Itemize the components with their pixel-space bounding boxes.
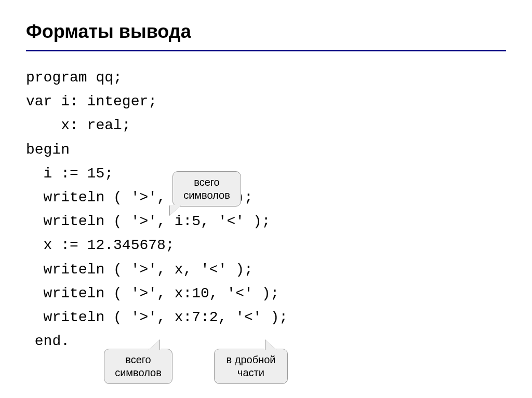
code-block: program qq; var i: integer; x: real; beg…	[26, 66, 506, 353]
callout-text: символов	[112, 366, 165, 379]
slide: Форматы вывода program qq; var i: intege…	[0, 0, 532, 353]
callout-fraction-part: в дробной части	[214, 349, 288, 384]
callout-tail-icon	[148, 340, 159, 350]
callout-total-chars-top: всего символов	[172, 171, 241, 207]
callout-tail-icon	[170, 205, 181, 215]
code-line: program qq;	[26, 70, 122, 86]
code-line: writeln ( '>', i:5, '<' );	[26, 213, 270, 229]
code-line: end.	[26, 333, 70, 349]
code-line: var i: integer;	[26, 93, 157, 109]
code-line: writeln ( '>', x:10, '<' );	[26, 285, 279, 301]
callout-total-chars-bottom: всего символов	[104, 349, 172, 384]
callout-text: всего	[112, 353, 165, 366]
code-line: writeln ( '>', x, '<' );	[26, 262, 253, 278]
callout-text: в дробной	[222, 353, 280, 366]
code-line: begin	[26, 142, 70, 158]
callout-tail-icon	[265, 340, 277, 350]
callout-text: символов	[180, 189, 233, 202]
code-line: i := 15;	[26, 166, 113, 182]
code-line: writeln ( '>', x:7:2, '<' );	[26, 309, 288, 325]
code-line: x: real;	[26, 117, 131, 133]
slide-title: Форматы вывода	[26, 21, 506, 51]
code-line: x := 12.345678;	[26, 237, 175, 253]
callout-text: всего	[180, 176, 233, 189]
callout-text: части	[222, 366, 280, 379]
